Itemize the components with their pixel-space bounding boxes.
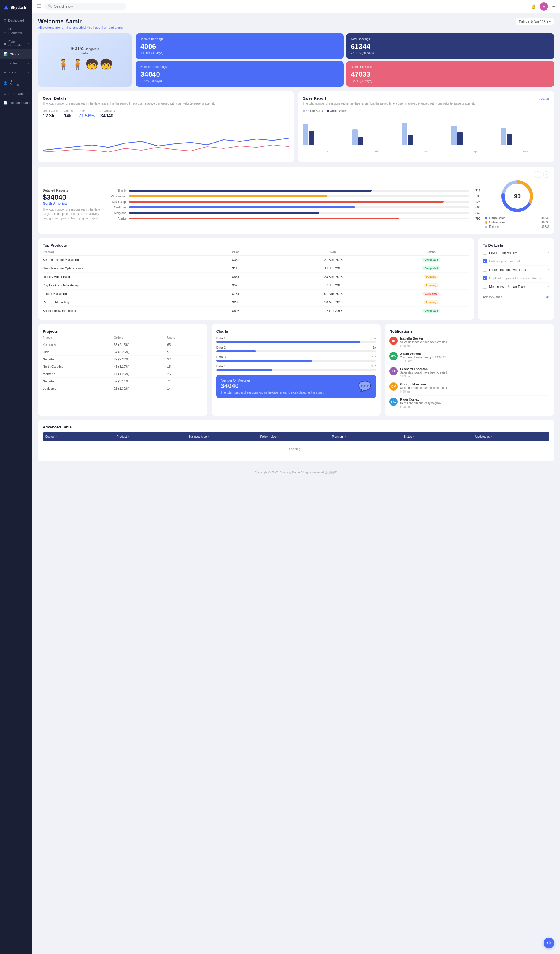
todo-add-input[interactable]	[483, 295, 544, 299]
product-date: 26 Oct 2018	[276, 309, 390, 312]
todo-close-icon[interactable]: ×	[548, 268, 549, 272]
welcome-title: Welcome Aamir	[38, 18, 123, 25]
view-all-link[interactable]: View all	[538, 97, 549, 101]
search-input[interactable]	[54, 5, 123, 8]
menu-icon[interactable]: ☰	[37, 3, 41, 9]
chart-bar-data-2: Data 21k	[216, 346, 376, 352]
sidebar-item-ui-elements[interactable]: ◫UI Elements›	[0, 25, 32, 37]
stat-value-todays-bookings: 4006	[140, 42, 339, 51]
stat-sub-total-bookings: 22.00% (30 days)	[351, 51, 549, 55]
sort-icon[interactable]: ⇅	[208, 435, 210, 438]
hero-content: ☀ 31°C Bangalore India 🧍 🧍 🧒 🧒	[48, 41, 122, 80]
notification-icon[interactable]: 🔔	[531, 4, 536, 9]
sidebar-arrow-tables: ›	[28, 62, 29, 65]
order-details-sub: The total number of sessions within the …	[43, 101, 289, 106]
todo-add-icon[interactable]: ⊕	[546, 295, 549, 299]
sidebar-item-charts[interactable]: 📊Charts›	[0, 50, 32, 59]
col-header-status: Status	[393, 250, 469, 254]
notif-content: Leonard ThorntonSales dashboard have bee…	[400, 367, 447, 378]
chart-bar-track	[216, 341, 376, 343]
product-status: Pending	[393, 283, 469, 287]
order-stat-order-value: Order value12.3k	[43, 109, 58, 118]
topbar: ☰ 🔍 🔔 A •••	[32, 0, 560, 13]
sidebar-item-error-pages[interactable]: ⚠Error pages›	[0, 89, 32, 98]
todo-text: Project meeting with CEO	[489, 268, 526, 271]
sidebar-icon-form-elements: ☰	[3, 42, 6, 45]
product-price: $362	[198, 258, 274, 262]
sidebar-item-tables[interactable]: ⊞Tables›	[0, 59, 32, 68]
products-table-body: Search Engine Marketing$36221 Sep 2018Co…	[43, 256, 469, 315]
notif-avatar: GM	[389, 382, 398, 391]
avatar[interactable]: A	[540, 2, 548, 11]
chart-bar-fill	[216, 341, 360, 343]
chart-bar-value: 5k	[373, 337, 376, 340]
proj-orders: 17 (1.25%)	[114, 372, 167, 376]
sidebar-item-icons[interactable]: ★Icons›	[0, 68, 32, 77]
adv-col-updated-at: Updated at⇅	[476, 435, 547, 438]
date-badge[interactable]: Today (10 Jan 2021) ▾	[515, 18, 554, 25]
fab-button[interactable]: ⚙	[544, 938, 554, 948]
stat-value-total-bookings: 61344	[351, 42, 549, 51]
sidebar-item-dashboard[interactable]: ⊞Dashboard	[0, 16, 32, 25]
sort-icon[interactable]: ⇅	[56, 435, 58, 438]
proj-place: Louisiana	[43, 387, 114, 390]
notif-time: 11.30 am	[400, 375, 447, 378]
reports-left: Detailed Reports $34040 North America Th…	[43, 189, 101, 220]
todo-list: Level up for Antony×✓Follow up of team b…	[483, 249, 549, 291]
proj-users: 71	[167, 379, 202, 383]
donut-chart: 90	[501, 180, 534, 212]
stat-label-todays-bookings: Today's Bookings	[140, 37, 339, 41]
sidebar-item-user-pages[interactable]: 👤User Pages›	[0, 77, 32, 89]
bar-group-feb	[352, 129, 401, 145]
todo-checkbox[interactable]	[483, 268, 487, 272]
sort-icon[interactable]: ⇅	[128, 435, 130, 438]
welcome-sub: All systems are running smoothly! You ha…	[38, 26, 123, 29]
sort-icon[interactable]: ⇅	[413, 435, 415, 438]
product-status: Cancelled	[393, 292, 469, 296]
report-bar-maryland: Maryland560	[106, 211, 481, 215]
status-badge: Pending	[424, 283, 439, 287]
sales-report-panel: Sales Report View all The total number o…	[298, 91, 554, 162]
table-row: E-Mail Marketing$78101 Nov 2018Cancelled	[43, 290, 469, 298]
legend-dot	[327, 110, 329, 112]
proj-place: North Carolina	[43, 365, 114, 368]
page-content: Welcome Aamir All systems are running sm…	[32, 13, 560, 954]
proj-users: 25	[167, 372, 202, 376]
todo-close-icon[interactable]: ×	[548, 285, 549, 289]
todo-checkbox[interactable]: ✓	[483, 276, 487, 280]
sidebar-item-form-elements[interactable]: ☰Form elements›	[0, 37, 32, 50]
proj-place: Nevada	[43, 379, 114, 383]
adv-col-premium: Premium⇅	[332, 435, 404, 438]
meetings-card-left: Number Of Meetings 34040 The total numbe…	[221, 379, 324, 394]
chart-bar-track	[216, 350, 376, 352]
product-name: Social media marketing	[43, 309, 195, 312]
top-products-panel: Top Products ProductPriceDateStatus Sear…	[38, 238, 474, 320]
figure-2: 🧍	[71, 58, 84, 70]
prev-button[interactable]: ‹	[535, 171, 541, 178]
offline-bar	[358, 137, 363, 145]
todo-close-icon[interactable]: ×	[548, 251, 549, 255]
sort-icon[interactable]: ⇅	[345, 435, 347, 438]
sort-icon[interactable]: ⇅	[491, 435, 493, 438]
meetings-card: Number Of Meetings 34040 The total numbe…	[216, 374, 376, 398]
chart-bar-track	[216, 360, 376, 362]
stat-sub-num-meetings: 2.00% (30 days)	[140, 80, 339, 83]
adv-col-policy-holder: Policy holder⇅	[260, 435, 332, 438]
sort-icon[interactable]: ⇅	[278, 435, 280, 438]
sidebar-item-documentation[interactable]: 📄Documentation	[0, 98, 32, 107]
next-button[interactable]: ›	[543, 171, 549, 178]
more-options-icon[interactable]: •••	[552, 5, 555, 8]
notif-name: George Morrison	[400, 382, 447, 386]
welcome-left: Welcome Aamir All systems are running sm…	[38, 18, 123, 29]
sidebar-icon-documentation: 📄	[3, 101, 8, 104]
notification-item: GMGeorge MorrisonSales dashboard have be…	[389, 380, 549, 396]
chart-bar-value: 992	[371, 355, 376, 359]
stat-card-total-bookings: Total Bookings6134422.00% (30 days)	[346, 33, 554, 59]
todo-checkbox[interactable]: ✓	[483, 259, 487, 263]
todo-checkbox[interactable]	[483, 285, 487, 289]
bar-group-apr	[451, 126, 500, 145]
todo-close-icon[interactable]: ×	[548, 276, 549, 280]
reports-nav: ‹ ›	[43, 171, 549, 178]
todo-close-icon[interactable]: ×	[548, 259, 549, 263]
todo-checkbox[interactable]	[483, 251, 487, 255]
